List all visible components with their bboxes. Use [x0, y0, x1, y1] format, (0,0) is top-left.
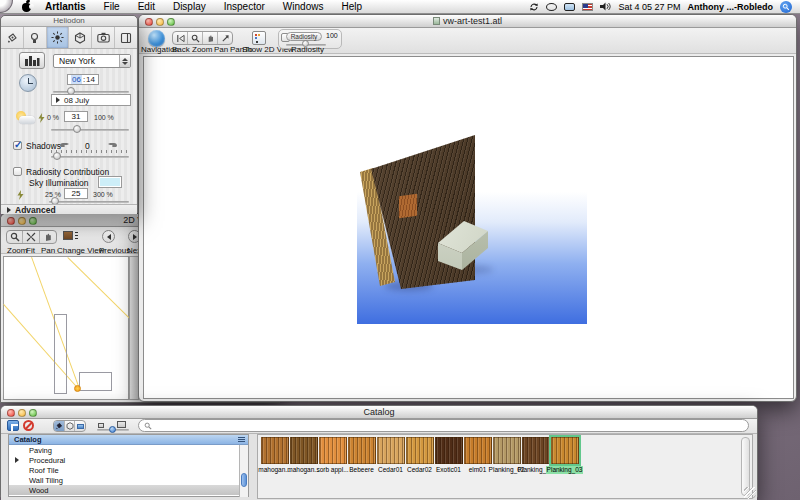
power-slider-track[interactable]	[51, 129, 129, 131]
fit-label: Fit	[26, 246, 35, 255]
next-arrow-icon	[133, 234, 137, 240]
zoom-label: Zoom	[192, 45, 212, 54]
import-catalog-button[interactable]	[7, 420, 19, 431]
tree-item-roof-tile[interactable]: Roof Tile	[9, 465, 248, 475]
lightning-bolt-icon	[38, 113, 45, 123]
show-2d-view-button[interactable]	[252, 31, 266, 45]
user-menu[interactable]: Anthony ...-Robledo	[688, 2, 774, 12]
menu-clock[interactable]: Sat 4 05 27 PM	[618, 2, 680, 12]
power-value-field[interactable]: 31	[64, 111, 88, 122]
hand-icon	[43, 232, 53, 242]
pan-view-button[interactable]	[203, 32, 218, 44]
catalog-tree-header[interactable]: Catalog	[9, 435, 248, 445]
menu-item-artlantis[interactable]: Artlantis	[36, 1, 95, 12]
back-button[interactable]	[173, 32, 188, 44]
menu-item-file[interactable]: File	[95, 1, 129, 12]
popup-stepper-icon	[119, 55, 130, 67]
material-swatch-mahogan[interactable]: mahogan...	[289, 437, 318, 474]
material-swatch-bebeere[interactable]: Bebeere	[347, 437, 376, 474]
pan-tool-button[interactable]	[40, 231, 56, 243]
menu-item-inspector[interactable]: Inspector	[215, 1, 274, 12]
filter-images-button[interactable]	[75, 421, 85, 431]
power-slider-thumb[interactable]	[73, 125, 81, 133]
tree-item-wood[interactable]: Wood	[9, 485, 248, 495]
render-canvas[interactable]	[143, 56, 794, 399]
menu-item-help[interactable]: Help	[332, 1, 371, 12]
date-field[interactable]: 08 July	[51, 94, 131, 106]
time-field[interactable]: 06 : 14	[67, 74, 99, 85]
panel-inspector-button[interactable]	[115, 27, 137, 48]
menu-item-edit[interactable]: Edit	[129, 1, 164, 12]
spotlight-icon[interactable]	[780, 1, 792, 13]
time-minutes[interactable]: 14	[86, 75, 95, 84]
date-disclosure-icon[interactable]	[56, 97, 60, 103]
tree-item-label: Paving	[23, 446, 52, 455]
swatch-texture	[348, 437, 376, 464]
catalog-titlebar[interactable]: Catalog	[1, 406, 757, 419]
advanced-disclosure[interactable]: Advanced	[1, 204, 137, 214]
object-inspector-button[interactable]	[69, 27, 92, 48]
zoom-view-button[interactable]	[188, 32, 203, 44]
light-inspector-button[interactable]	[24, 27, 47, 48]
filter-shaders-button[interactable]	[54, 421, 65, 431]
city-button[interactable]	[19, 52, 45, 69]
thumbnail-size-slider-thumb[interactable]	[109, 426, 116, 433]
tree-item-procedural[interactable]: Procedural	[9, 455, 248, 465]
shadows-checkbox[interactable]	[13, 141, 22, 150]
material-swatch-cedar01[interactable]: Cedar01	[376, 437, 405, 474]
remove-forbid-button[interactable]	[23, 420, 34, 431]
shadow-slider-thumb[interactable]	[53, 152, 61, 160]
material-swatch-planking-03[interactable]: Planking_03	[550, 437, 579, 474]
previous-view-button[interactable]	[102, 230, 115, 243]
radiosity-contribution-checkbox[interactable]	[13, 167, 22, 176]
displays-menu-extra-icon[interactable]	[564, 3, 575, 11]
material-swatch-sorb-appl[interactable]: sorb appl...	[318, 437, 347, 474]
tree-scrollbar-thumb[interactable]	[241, 473, 247, 487]
window-resize-grip[interactable]	[744, 487, 756, 499]
time-slider-track[interactable]	[53, 91, 129, 93]
pixel-dot	[258, 34, 260, 36]
plank-plan-outline[interactable]	[54, 314, 67, 394]
time-hours[interactable]: 06	[71, 75, 82, 84]
heliodon-inspector-button[interactable]	[47, 27, 70, 48]
tree-item-paving[interactable]: Paving	[9, 445, 248, 455]
city-popup-menu[interactable]: New York	[53, 54, 131, 68]
input-flag-menu-extra-icon[interactable]	[582, 3, 593, 11]
sync-menu-extra-icon[interactable]	[529, 2, 539, 12]
tree-scrollbar[interactable]	[239, 445, 248, 497]
power-max-label: 100 %	[94, 114, 114, 121]
main-titlebar[interactable]: vw-art-test1.atl	[139, 15, 796, 28]
box-plan-outline[interactable]	[79, 372, 112, 391]
desktop: ArtlantisFileEditDisplayInspectorWindows…	[0, 0, 800, 500]
zoom-tool-button[interactable]	[7, 231, 23, 243]
catalog-search-field[interactable]	[138, 419, 749, 432]
sky-illumination-label: Sky Illumination	[29, 178, 89, 188]
plan-view-canvas[interactable]	[3, 256, 129, 400]
menu-item-windows[interactable]: Windows	[274, 1, 333, 12]
fit-tool-button[interactable]	[23, 231, 39, 243]
disclosure-triangle-icon[interactable]	[15, 457, 21, 463]
tree-header-menu-icon[interactable]	[238, 437, 245, 442]
panto-button[interactable]	[218, 32, 232, 44]
sky-illumination-color-swatch[interactable]	[98, 176, 122, 188]
tree-item-wall-tiling[interactable]: Wall Tiling	[9, 475, 248, 485]
menu-item-display[interactable]: Display	[164, 1, 215, 12]
volume-menu-extra-icon[interactable]	[600, 2, 611, 11]
city-popup-value: New York	[59, 56, 95, 66]
catalog-tree-list: PavingProceduralRoof TileWall TilingWood	[9, 445, 248, 495]
sky-slider-track[interactable]	[49, 201, 129, 203]
material-swatch-cedar02[interactable]: Cedar02	[405, 437, 434, 474]
ichat-menu-extra-icon[interactable]	[546, 3, 557, 11]
shadow-slider-track[interactable]	[51, 156, 129, 158]
sky-value-field[interactable]: 25	[64, 188, 88, 199]
material-swatch-exotic01[interactable]: Exotic01	[434, 437, 463, 474]
heliodon-palette-title[interactable]: Heliodon	[1, 16, 137, 27]
pan-label: Pan	[214, 45, 228, 54]
filter-objects-button[interactable]	[65, 421, 76, 431]
material-swatch-mahogan[interactable]: mahogan...	[260, 437, 289, 474]
change-view-button[interactable]	[63, 230, 79, 243]
shader-inspector-button[interactable]	[1, 27, 24, 48]
apple-menu-icon[interactable]	[22, 1, 32, 12]
sun-position-handle[interactable]	[74, 385, 81, 392]
camera-inspector-button[interactable]	[92, 27, 115, 48]
